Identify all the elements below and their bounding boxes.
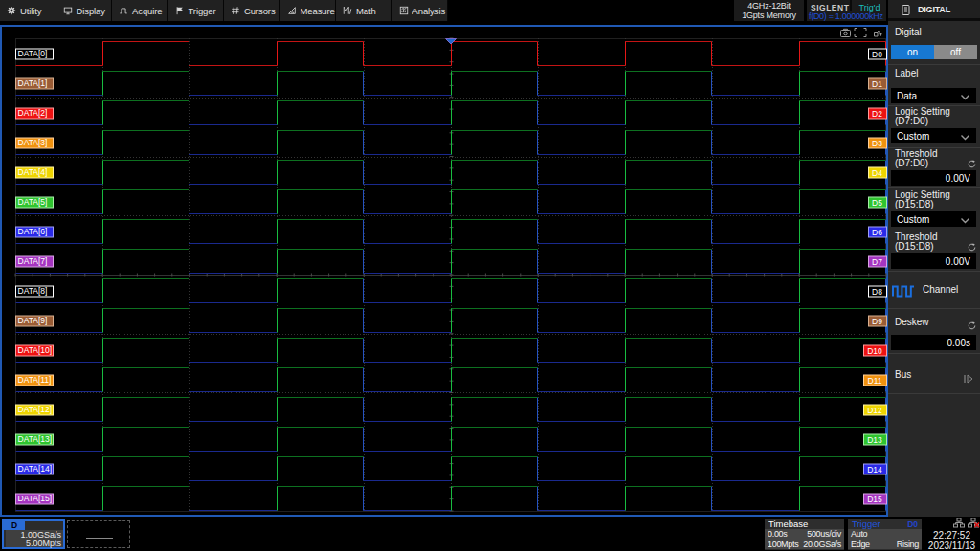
svg-text:D7: D7 [872, 257, 882, 267]
svg-text:D5: D5 [872, 198, 882, 208]
svg-text:DATA[8]: DATA[8] [18, 286, 48, 296]
svg-text:D2: D2 [872, 109, 882, 119]
svg-text:D9: D9 [872, 317, 882, 326]
svg-text:D0: D0 [872, 50, 882, 59]
svg-text:DATA[14]: DATA[14] [18, 464, 53, 474]
svg-text:DATA[7]: DATA[7] [18, 256, 48, 266]
svg-text:D10: D10 [867, 346, 882, 356]
svg-text:DATA[9]: DATA[9] [18, 316, 48, 325]
svg-text:DATA[10]: DATA[10] [18, 345, 53, 355]
svg-text:DATA[4]: DATA[4] [18, 167, 48, 177]
svg-text:DATA[12]: DATA[12] [18, 405, 53, 414]
svg-text:D15: D15 [867, 495, 882, 504]
svg-text:D6: D6 [872, 228, 882, 237]
svg-text:DATA[6]: DATA[6] [18, 227, 48, 236]
svg-text:D1: D1 [872, 79, 882, 89]
svg-text:D11: D11 [868, 376, 882, 386]
svg-text:DATA[3]: DATA[3] [18, 138, 48, 147]
svg-text:DATA[1]: DATA[1] [18, 78, 48, 88]
svg-text:D8: D8 [872, 287, 882, 297]
svg-text:DATA[11]: DATA[11] [18, 375, 52, 385]
svg-text:DATA[13]: DATA[13] [18, 434, 53, 444]
svg-text:D14: D14 [867, 465, 882, 474]
svg-text:D4: D4 [872, 168, 882, 178]
svg-text:DATA[2]: DATA[2] [18, 108, 48, 118]
svg-text:DATA[5]: DATA[5] [18, 197, 48, 207]
svg-text:DATA[15]: DATA[15] [18, 494, 53, 503]
svg-text:D3: D3 [872, 139, 882, 148]
svg-text:D13: D13 [867, 435, 882, 445]
svg-text:DATA[0]: DATA[0] [18, 49, 48, 58]
svg-text:D12: D12 [867, 406, 882, 415]
